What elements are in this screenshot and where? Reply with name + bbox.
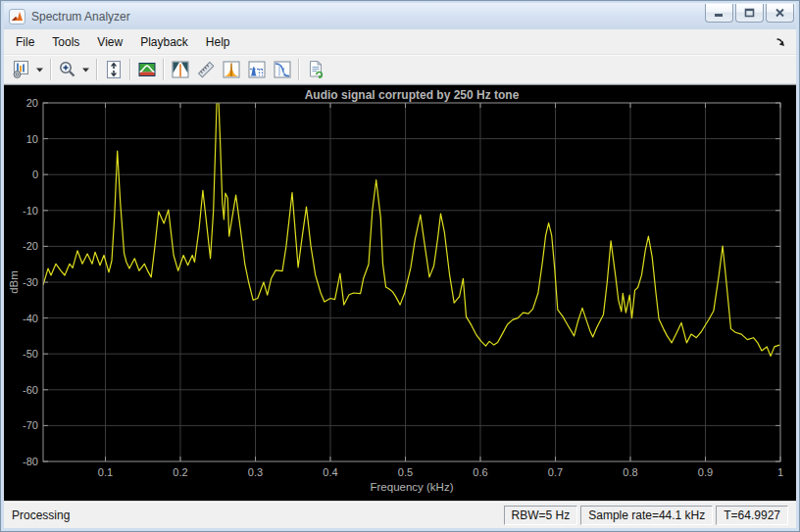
spectrum-settings-button[interactable] [134, 57, 160, 82]
spectrum-analyzer-window: Spectrum Analyzer File Tools View Playba… [0, 0, 800, 532]
distortion-measurements-button[interactable] [244, 57, 270, 82]
svg-text:-80: -80 [23, 456, 38, 467]
status-processing: Processing [12, 508, 501, 522]
status-rbw: RBW=5 Hz [504, 506, 578, 525]
spectral-mask-button[interactable] [168, 57, 193, 82]
svg-text:0.2: 0.2 [173, 466, 187, 478]
ccdf-measurements-button[interactable] [270, 57, 295, 82]
chart-panel: 0.10.20.30.40.50.60.70.80.9120100-10-20-… [4, 84, 796, 501]
svg-text:0.3: 0.3 [248, 466, 263, 478]
close-button[interactable] [766, 4, 794, 23]
svg-text:Frequency (kHz): Frequency (kHz) [371, 481, 454, 493]
dock-arrow-icon [775, 36, 786, 48]
svg-text:0.7: 0.7 [548, 466, 563, 478]
zoom-in-icon [58, 60, 77, 79]
svg-text:-60: -60 [23, 384, 38, 396]
generate-script-icon [306, 60, 325, 79]
svg-text:0: 0 [32, 169, 38, 180]
menu-item-view[interactable]: View [88, 31, 131, 53]
dock-button[interactable] [771, 34, 790, 50]
menu-item-tools[interactable]: Tools [43, 31, 88, 53]
toolbar-separator [96, 59, 98, 80]
svg-text:-20: -20 [23, 240, 38, 252]
window-title: Spectrum Analyzer [31, 10, 705, 24]
svg-text:0.9: 0.9 [698, 466, 713, 478]
scale-y-axis-icon [104, 60, 124, 79]
menu-item-help[interactable]: Help [197, 31, 239, 53]
configuration-icon [11, 60, 31, 79]
toolbar-separator [50, 59, 52, 80]
svg-text:0.5: 0.5 [398, 466, 413, 478]
close-icon [775, 8, 785, 18]
menu-item-file[interactable]: File [7, 31, 43, 53]
matlab-logo-icon [9, 9, 25, 24]
svg-text:0.6: 0.6 [473, 466, 487, 478]
maximize-button[interactable] [735, 4, 764, 23]
minimize-button[interactable] [705, 4, 733, 23]
toolbar [4, 55, 796, 84]
generate-script-button[interactable] [303, 57, 328, 82]
svg-text:dBm: dBm [8, 270, 20, 294]
cursor-measurements-icon [196, 60, 216, 79]
svg-text:1: 1 [777, 466, 783, 478]
toolbar-separator [163, 59, 165, 80]
peak-finder-icon [222, 60, 241, 79]
toolbar-separator [129, 59, 131, 80]
spectral-mask-icon [171, 60, 190, 79]
svg-text:-10: -10 [23, 205, 38, 217]
menubar: File Tools View Playback Help [4, 29, 796, 55]
svg-text:-50: -50 [23, 348, 38, 360]
cursor-measurements-button[interactable] [193, 57, 219, 82]
status-sample-rate: Sample rate=44.1 kHz [580, 506, 713, 525]
menu-item-playback[interactable]: Playback [131, 31, 197, 53]
svg-text:0.1: 0.1 [98, 466, 113, 478]
svg-text:-70: -70 [23, 419, 38, 431]
spectrum-settings-icon [137, 60, 157, 79]
spectrum-chart[interactable]: 0.10.20.30.40.50.60.70.80.9120100-10-20-… [4, 85, 796, 501]
status-time: T=64.9927 [716, 506, 788, 525]
statusbar: Processing RBW=5 Hz Sample rate=44.1 kHz… [4, 501, 796, 528]
ccdf-measurements-icon [273, 60, 292, 79]
svg-text:-30: -30 [23, 276, 38, 288]
svg-text:Audio signal corrupted by 250: Audio signal corrupted by 250 Hz tone [305, 88, 520, 102]
zoom-in-button[interactable] [55, 57, 93, 82]
svg-text:10: 10 [26, 133, 38, 145]
svg-text:20: 20 [26, 97, 38, 109]
scale-y-axis-button[interactable] [101, 57, 126, 82]
titlebar: Spectrum Analyzer [4, 3, 796, 29]
dropdown-caret-icon [81, 66, 90, 73]
distortion-measurements-icon [247, 60, 267, 79]
svg-text:0.8: 0.8 [623, 466, 637, 478]
minimize-icon [714, 9, 725, 18]
svg-text:0.4: 0.4 [323, 466, 337, 478]
dropdown-caret-icon [35, 66, 44, 73]
svg-text:-40: -40 [23, 313, 38, 324]
toolbar-separator [298, 59, 300, 80]
configuration-button[interactable] [8, 57, 47, 82]
peak-finder-button[interactable] [219, 57, 244, 82]
maximize-icon [744, 8, 755, 18]
